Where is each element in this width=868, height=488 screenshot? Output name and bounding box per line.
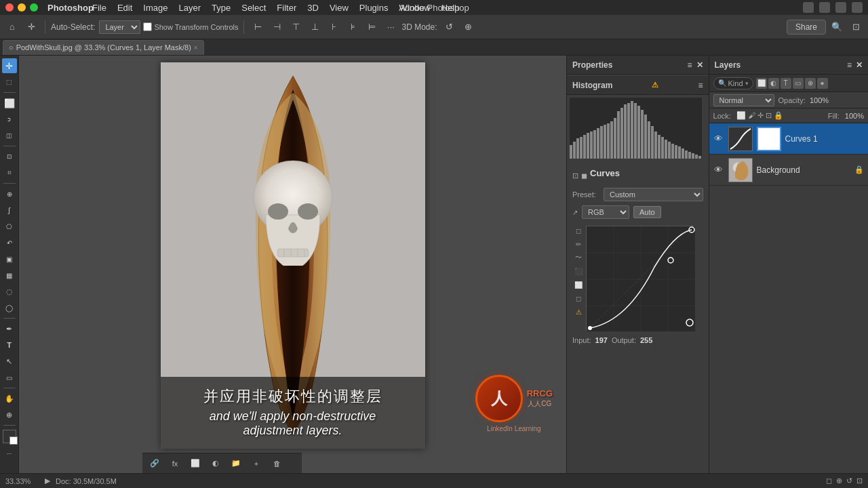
more-options-btn[interactable]: ··· <box>382 19 399 35</box>
align-center-btn[interactable]: ⊣ <box>269 19 285 35</box>
layer-link-btn[interactable]: 🔗 <box>146 455 163 472</box>
menu-filter[interactable]: Filter <box>273 3 300 13</box>
search-icon[interactable] <box>803 2 814 13</box>
curve-warning[interactable]: ⚠ <box>572 306 585 318</box>
menu-edit[interactable]: Edit <box>113 3 136 13</box>
properties-menu-icon[interactable]: ≡ <box>688 60 692 70</box>
auto-select-dropdown[interactable]: Layer Group <box>99 20 140 34</box>
channel-select[interactable]: RGB Red Green Blue <box>582 205 629 219</box>
menu-plugins[interactable]: Plugins <box>355 3 393 13</box>
move-tool-btn[interactable]: ✛ <box>23 19 39 35</box>
canvas-area[interactable]: 并应用非破坏性的调整层 and we'll apply non-destruct… <box>19 56 566 473</box>
blur-tool[interactable]: ◌ <box>2 284 17 299</box>
layers-search[interactable]: 🔍 Kind ▾ <box>713 77 753 89</box>
clone-tool[interactable]: ⎔ <box>2 219 17 234</box>
3d-rotate-btn[interactable]: ↺ <box>441 19 458 35</box>
lock-paint-icon[interactable]: 🖌 <box>748 111 755 120</box>
account-icon[interactable] <box>835 2 846 13</box>
background-visibility-icon[interactable]: 👁 <box>713 165 724 176</box>
layer-delete-btn[interactable]: 🗑 <box>269 455 285 472</box>
zoom-tool[interactable]: ⊕ <box>2 407 17 422</box>
text-tool[interactable]: T <box>2 338 17 352</box>
menu-layer[interactable]: Layer <box>175 3 205 13</box>
layer-group-btn[interactable]: 📁 <box>228 455 244 472</box>
filter-shape-icon[interactable]: ▭ <box>793 78 804 89</box>
curve-eyedropper-black[interactable]: ⬛ <box>572 265 585 277</box>
lock-transparency-icon[interactable]: ⬜ <box>736 111 746 120</box>
lasso-tool[interactable]: ↄ <box>2 112 17 127</box>
distribute-btn[interactable]: ⊨ <box>363 19 380 35</box>
3d-pan-btn[interactable]: ⊕ <box>460 19 477 35</box>
properties-collapse-icon[interactable]: ✕ <box>696 60 703 70</box>
eraser-tool[interactable]: ▣ <box>2 251 17 266</box>
foreground-color[interactable] <box>3 430 16 443</box>
menu-3d[interactable]: 3D <box>303 3 323 13</box>
move-tool[interactable]: ✛ <box>2 58 17 73</box>
filter-pixel-icon[interactable]: ⬜ <box>756 78 767 89</box>
lock-all-icon[interactable]: 🔒 <box>774 111 783 120</box>
share-button[interactable]: Share <box>787 20 826 35</box>
lock-artboard-icon[interactable]: ⊡ <box>766 111 772 120</box>
layers-collapse-icon[interactable]: ✕ <box>856 60 863 70</box>
select-tool[interactable]: ◫ <box>2 128 17 143</box>
histogram-menu-icon[interactable]: ≡ <box>698 81 703 90</box>
status-icon-2[interactable]: ⊕ <box>836 476 842 485</box>
layout-btn[interactable]: ⊡ <box>848 19 864 35</box>
tab-close-button[interactable]: × <box>194 44 198 52</box>
settings-icon[interactable] <box>852 2 863 13</box>
align-left-btn[interactable]: ⊢ <box>250 19 266 35</box>
lock-move-icon[interactable]: ✛ <box>757 111 764 120</box>
eyedropper-tool[interactable]: ⌗ <box>2 165 17 180</box>
curve-eyedropper-white[interactable]: ◻ <box>572 292 585 304</box>
align-top-btn[interactable]: ⊥ <box>307 19 323 35</box>
align-bot-btn[interactable]: ⊧ <box>344 19 361 35</box>
menu-file[interactable]: File <box>88 3 111 13</box>
chevron-down-icon[interactable]: ▾ <box>745 80 749 87</box>
maximize-button[interactable] <box>30 3 38 12</box>
menu-window[interactable]: Window <box>395 3 434 13</box>
menu-help[interactable]: Help <box>437 3 464 13</box>
menu-type[interactable]: Type <box>208 3 235 13</box>
filter-text-icon[interactable]: T <box>781 78 791 89</box>
curve-eyedropper-gray[interactable]: ⬜ <box>572 279 585 291</box>
filter-smart-icon[interactable]: ⊕ <box>805 78 816 89</box>
align-mid-btn[interactable]: ⊦ <box>326 19 342 35</box>
curve-select-tool[interactable]: ◻ <box>572 224 585 237</box>
curve-pencil-tool[interactable]: ✏ <box>572 238 585 250</box>
document-tab[interactable]: ○ PodWithSkull.jpg @ 33.3% (Curves 1, La… <box>3 40 204 55</box>
close-button[interactable] <box>5 3 14 12</box>
filter-active-toggle[interactable]: ● <box>817 78 828 89</box>
filter-adjustment-icon[interactable]: ◐ <box>768 78 779 89</box>
status-icon-3[interactable]: ↺ <box>846 476 852 485</box>
shape-tool[interactable]: ▭ <box>2 370 17 385</box>
home-button[interactable]: ⌂ <box>4 19 20 35</box>
crop-tool[interactable]: ⊡ <box>2 149 17 164</box>
menu-image[interactable]: Image <box>139 3 172 13</box>
status-arrow-icon[interactable]: ▶ <box>45 476 50 485</box>
heal-tool[interactable]: ⊕ <box>2 186 17 201</box>
minimize-button[interactable] <box>18 3 26 12</box>
brush-tool[interactable]: ∫ <box>2 203 17 218</box>
layers-menu-icon[interactable]: ≡ <box>847 60 852 70</box>
more-tools-btn[interactable]: ··· <box>2 446 17 461</box>
history-tool[interactable]: ↶ <box>2 235 17 250</box>
auto-button[interactable]: Auto <box>633 206 661 218</box>
menu-select[interactable]: Select <box>237 3 270 13</box>
layer-row-curves1[interactable]: 👁 Curves 1 <box>709 123 868 155</box>
layer-new-btn[interactable]: + <box>248 455 264 472</box>
dodge-tool[interactable]: ◯ <box>2 300 17 315</box>
blend-mode-select[interactable]: Normal Multiply Screen Overlay <box>713 94 774 106</box>
layer-row-background[interactable]: 👁 Background 🔒 <box>709 155 868 186</box>
pen-tool[interactable]: ✒ <box>2 321 17 336</box>
menu-view[interactable]: View <box>326 3 353 13</box>
preset-select[interactable]: Custom Default Linear Contrast <box>604 188 703 201</box>
notification-icon[interactable] <box>819 2 830 13</box>
status-icon-1[interactable]: ◻ <box>826 476 832 485</box>
align-right-btn[interactable]: ⊤ <box>288 19 304 35</box>
curves1-visibility-icon[interactable]: 👁 <box>713 134 724 144</box>
layer-fx-btn[interactable]: fx <box>167 455 183 472</box>
gradient-tool[interactable]: ▦ <box>2 268 17 283</box>
status-icon-4[interactable]: ⊡ <box>856 476 863 485</box>
curve-graph[interactable] <box>586 226 694 331</box>
layer-adjustment-btn[interactable]: ◐ <box>208 455 224 472</box>
